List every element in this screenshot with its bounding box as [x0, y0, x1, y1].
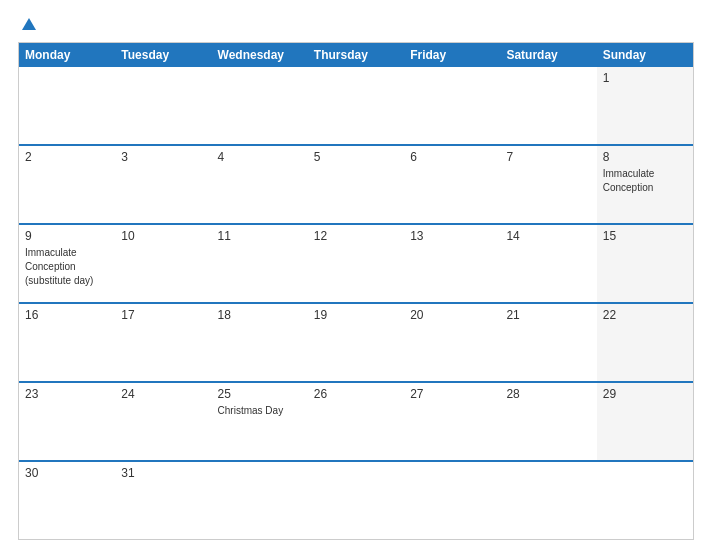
day-number: 26 [314, 387, 398, 401]
day-cell: 9Immaculate Conception (substitute day) [19, 225, 115, 302]
day-cell: 7 [500, 146, 596, 223]
day-number: 18 [218, 308, 302, 322]
day-number: 1 [603, 71, 687, 85]
day-number: 19 [314, 308, 398, 322]
day-number: 31 [121, 466, 205, 480]
day-header-saturday: Saturday [500, 43, 596, 67]
day-cell: 12 [308, 225, 404, 302]
day-header-tuesday: Tuesday [115, 43, 211, 67]
day-cell: 3 [115, 146, 211, 223]
day-cell: 30 [19, 462, 115, 539]
day-header-friday: Friday [404, 43, 500, 67]
day-cell: 1 [597, 67, 693, 144]
page-header [18, 18, 694, 30]
day-header-thursday: Thursday [308, 43, 404, 67]
day-event: Immaculate Conception [603, 168, 655, 193]
day-header-sunday: Sunday [597, 43, 693, 67]
day-number: 30 [25, 466, 109, 480]
day-number: 3 [121, 150, 205, 164]
day-cell: 28 [500, 383, 596, 460]
day-event: Immaculate Conception (substitute day) [25, 247, 93, 286]
day-number: 25 [218, 387, 302, 401]
day-cell: 24 [115, 383, 211, 460]
week-row: 232425Christmas Day26272829 [19, 381, 693, 460]
day-number: 12 [314, 229, 398, 243]
day-cell: 14 [500, 225, 596, 302]
day-cell: 18 [212, 304, 308, 381]
week-row: 1 [19, 67, 693, 144]
week-row: 16171819202122 [19, 302, 693, 381]
day-number: 17 [121, 308, 205, 322]
day-number: 21 [506, 308, 590, 322]
day-cell: 2 [19, 146, 115, 223]
calendar-weeks: 12345678Immaculate Conception9Immaculate… [19, 67, 693, 539]
day-number: 16 [25, 308, 109, 322]
day-cell: 22 [597, 304, 693, 381]
day-cell [212, 462, 308, 539]
day-number: 29 [603, 387, 687, 401]
day-number: 15 [603, 229, 687, 243]
day-number: 9 [25, 229, 109, 243]
day-cell: 31 [115, 462, 211, 539]
day-number: 5 [314, 150, 398, 164]
day-cell: 23 [19, 383, 115, 460]
day-cell [308, 67, 404, 144]
day-number: 28 [506, 387, 590, 401]
day-cell: 6 [404, 146, 500, 223]
calendar: Monday Tuesday Wednesday Thursday Friday… [18, 42, 694, 540]
day-cell: 25Christmas Day [212, 383, 308, 460]
day-cell: 20 [404, 304, 500, 381]
day-cell [597, 462, 693, 539]
day-header-wednesday: Wednesday [212, 43, 308, 67]
day-cell: 19 [308, 304, 404, 381]
week-row: 3031 [19, 460, 693, 539]
day-cell: 15 [597, 225, 693, 302]
day-number: 20 [410, 308, 494, 322]
week-row: 9Immaculate Conception (substitute day)1… [19, 223, 693, 302]
logo-blue-area [18, 18, 36, 30]
day-cell: 4 [212, 146, 308, 223]
day-cell [212, 67, 308, 144]
day-cell [308, 462, 404, 539]
day-event: Christmas Day [218, 405, 284, 416]
day-cell: 10 [115, 225, 211, 302]
day-cell: 5 [308, 146, 404, 223]
day-cell: 17 [115, 304, 211, 381]
day-cell: 16 [19, 304, 115, 381]
day-number: 10 [121, 229, 205, 243]
day-cell [19, 67, 115, 144]
day-number: 2 [25, 150, 109, 164]
day-cell: 26 [308, 383, 404, 460]
day-number: 13 [410, 229, 494, 243]
day-number: 23 [25, 387, 109, 401]
day-number: 27 [410, 387, 494, 401]
day-number: 11 [218, 229, 302, 243]
day-cell: 13 [404, 225, 500, 302]
day-number: 6 [410, 150, 494, 164]
day-cell [404, 67, 500, 144]
logo [18, 18, 36, 30]
day-number: 7 [506, 150, 590, 164]
day-cell [404, 462, 500, 539]
day-cell: 29 [597, 383, 693, 460]
day-number: 22 [603, 308, 687, 322]
day-header-monday: Monday [19, 43, 115, 67]
day-cell: 8Immaculate Conception [597, 146, 693, 223]
day-number: 14 [506, 229, 590, 243]
day-number: 8 [603, 150, 687, 164]
day-cell: 27 [404, 383, 500, 460]
day-number: 4 [218, 150, 302, 164]
day-cell [500, 67, 596, 144]
day-cell: 21 [500, 304, 596, 381]
logo-triangle-icon [22, 18, 36, 30]
day-cell [115, 67, 211, 144]
day-number: 24 [121, 387, 205, 401]
day-cell: 11 [212, 225, 308, 302]
week-row: 2345678Immaculate Conception [19, 144, 693, 223]
day-cell [500, 462, 596, 539]
days-header: Monday Tuesday Wednesday Thursday Friday… [19, 43, 693, 67]
